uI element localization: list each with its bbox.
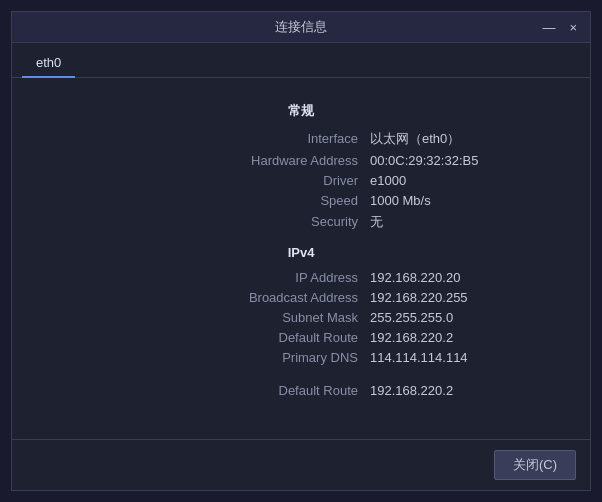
section-title-ipv4: IPv4 xyxy=(32,245,570,260)
value-speed: 1000 Mb/s xyxy=(370,193,550,208)
row-default-route-2: Default Route 192.168.220.2 xyxy=(32,383,570,398)
window-title: 连接信息 xyxy=(62,18,539,36)
tab-bar: eth0 xyxy=(12,43,590,78)
divider xyxy=(32,370,570,378)
value-interface: 以太网（eth0） xyxy=(370,130,550,148)
value-driver: e1000 xyxy=(370,173,550,188)
row-driver: Driver e1000 xyxy=(32,173,570,188)
value-hardware-address: 00:0C:29:32:32:B5 xyxy=(370,153,550,168)
label-default-route: Default Route xyxy=(218,330,358,345)
value-ip-address: 192.168.220.20 xyxy=(370,270,550,285)
row-default-route: Default Route 192.168.220.2 xyxy=(32,330,570,345)
close-button-titlebar[interactable]: × xyxy=(566,21,580,34)
label-broadcast-address: Broadcast Address xyxy=(218,290,358,305)
value-broadcast-address: 192.168.220.255 xyxy=(370,290,550,305)
connection-info-window: 连接信息 — × eth0 常规 Interface 以太网（eth0） Har… xyxy=(11,11,591,491)
window-controls: — × xyxy=(539,21,580,34)
value-primary-dns: 114.114.114.114 xyxy=(370,350,550,365)
label-driver: Driver xyxy=(218,173,358,188)
label-ip-address: IP Address xyxy=(218,270,358,285)
row-hardware-address: Hardware Address 00:0C:29:32:32:B5 xyxy=(32,153,570,168)
tab-eth0[interactable]: eth0 xyxy=(22,50,75,78)
content-area: 常规 Interface 以太网（eth0） Hardware Address … xyxy=(12,78,590,439)
row-subnet-mask: Subnet Mask 255.255.255.0 xyxy=(32,310,570,325)
label-security: Security xyxy=(218,214,358,229)
row-interface: Interface 以太网（eth0） xyxy=(32,130,570,148)
section-title-general: 常规 xyxy=(32,102,570,120)
label-speed: Speed xyxy=(218,193,358,208)
row-ip-address: IP Address 192.168.220.20 xyxy=(32,270,570,285)
title-bar: 连接信息 — × xyxy=(12,12,590,43)
label-default-route-2: Default Route xyxy=(218,383,358,398)
row-security: Security 无 xyxy=(32,213,570,231)
row-primary-dns: Primary DNS 114.114.114.114 xyxy=(32,350,570,365)
label-primary-dns: Primary DNS xyxy=(218,350,358,365)
row-broadcast-address: Broadcast Address 192.168.220.255 xyxy=(32,290,570,305)
footer: 关闭(C) xyxy=(12,439,590,490)
row-speed: Speed 1000 Mb/s xyxy=(32,193,570,208)
value-default-route: 192.168.220.2 xyxy=(370,330,550,345)
value-default-route-2: 192.168.220.2 xyxy=(370,383,550,398)
minimize-button[interactable]: — xyxy=(539,21,558,34)
close-button[interactable]: 关闭(C) xyxy=(494,450,576,480)
value-subnet-mask: 255.255.255.0 xyxy=(370,310,550,325)
label-hardware-address: Hardware Address xyxy=(218,153,358,168)
label-interface: Interface xyxy=(218,131,358,146)
label-subnet-mask: Subnet Mask xyxy=(218,310,358,325)
value-security: 无 xyxy=(370,213,550,231)
